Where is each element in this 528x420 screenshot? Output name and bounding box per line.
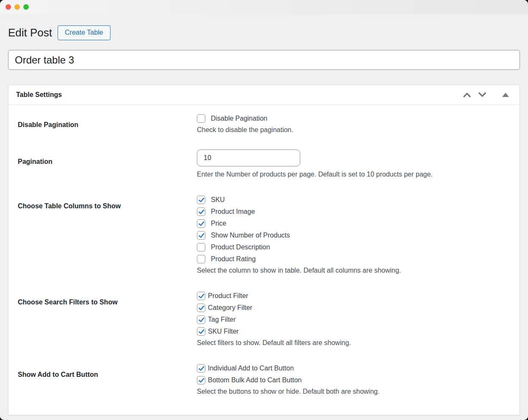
checkbox-checked[interactable] <box>197 207 205 216</box>
triangle-up-icon <box>502 93 509 97</box>
check-icon <box>198 328 205 335</box>
setting-content: SKUProduct ImagePriceShow Number of Prod… <box>197 194 520 275</box>
move-panel-up-button[interactable] <box>459 90 475 99</box>
app-window: Edit Post Create Table Table Settings <box>0 0 528 420</box>
checkbox-unchecked[interactable] <box>197 243 205 251</box>
checkbox-label: Individual Add to Cart Button <box>208 362 294 374</box>
checkbox-label: Product Image <box>211 206 255 218</box>
move-panel-down-button[interactable] <box>475 90 490 99</box>
setting-label: Choose Search Filters to Show <box>8 290 197 348</box>
settings-row-search-filters: Choose Search Filters to ShowProduct Fil… <box>8 290 520 348</box>
maximize-window-button[interactable] <box>23 4 29 10</box>
setting-label: Pagination <box>8 149 197 179</box>
setting-help: Select the column to show in table. Defa… <box>197 266 511 275</box>
panel-handle-actions <box>459 90 512 99</box>
checkbox-checked[interactable] <box>197 196 205 204</box>
checkbox-unchecked[interactable] <box>197 255 205 263</box>
chevron-down-icon <box>478 92 487 98</box>
setting-help: Enter the Number of products per page. D… <box>197 170 511 179</box>
check-icon <box>198 365 205 372</box>
post-title-input[interactable] <box>8 50 520 70</box>
checkbox-label: SKU Filter <box>208 326 239 337</box>
check-icon <box>198 293 205 300</box>
checkbox-label: Disable Pagination <box>211 113 267 124</box>
page-heading-row: Edit Post Create Table <box>8 25 520 41</box>
checkbox-option[interactable]: Individual Add to Cart Button <box>197 362 511 374</box>
chevron-up-icon <box>462 92 472 98</box>
checkbox-option[interactable]: SKU Filter <box>197 326 511 337</box>
checkbox-option[interactable]: Show Number of Products <box>197 229 511 241</box>
checkbox-option[interactable]: Price <box>197 218 511 229</box>
table-settings-header: Table Settings <box>8 85 520 105</box>
setting-help: Select filters to show. Default all filt… <box>197 338 511 348</box>
checkbox-option[interactable]: Product Rating <box>197 253 511 265</box>
pagination-input[interactable] <box>197 149 300 166</box>
checkbox-label: Product Description <box>211 241 270 253</box>
checkbox-label: Tag Filter <box>208 314 236 326</box>
checkbox-option[interactable]: Disable Pagination <box>197 113 511 124</box>
panel-toggle-button[interactable] <box>499 91 512 99</box>
setting-content: Enter the Number of products per page. D… <box>197 149 520 179</box>
setting-content: Disable PaginationCheck to disable the p… <box>197 113 520 135</box>
setting-label: Disable Pagination <box>8 113 197 135</box>
checkbox-option[interactable]: Category Filter <box>197 302 511 314</box>
checkbox-unchecked[interactable] <box>197 114 205 123</box>
setting-content: Product FilterCategory FilterTag FilterS… <box>197 290 520 348</box>
check-icon <box>198 304 205 312</box>
settings-row-disable-pagination: Disable PaginationDisable PaginationChec… <box>8 113 520 135</box>
window-titlebar <box>0 0 528 14</box>
setting-label: Choose Table Columns to Show <box>8 194 197 275</box>
checkbox-label: Show Number of Products <box>211 229 290 241</box>
checkbox-option[interactable]: Bottom Bulk Add to Cart Button <box>197 374 511 386</box>
setting-content: Individual Add to Cart ButtonBottom Bulk… <box>197 362 520 396</box>
table-settings-panel: Table Settings <box>8 85 520 415</box>
check-icon <box>198 316 205 323</box>
checkbox-checked[interactable] <box>197 292 205 300</box>
checkbox-option[interactable]: Product Image <box>197 206 511 218</box>
setting-help: Check to disable the pagination. <box>197 125 511 135</box>
checkbox-checked[interactable] <box>197 315 205 324</box>
checkbox-checked[interactable] <box>197 219 205 228</box>
setting-label: Show Add to Cart Button <box>8 362 197 396</box>
check-icon <box>198 208 205 216</box>
checkbox-label: SKU <box>211 194 225 206</box>
checkbox-checked[interactable] <box>197 376 205 384</box>
page-title: Edit Post <box>8 26 52 39</box>
checkbox-label: Price <box>211 218 226 229</box>
checkbox-option[interactable]: Tag Filter <box>197 314 511 326</box>
settings-rows: Disable PaginationDisable PaginationChec… <box>8 105 520 415</box>
setting-help: Select the buttons to show or hide. Defa… <box>197 387 511 396</box>
checkbox-option[interactable]: Product Filter <box>197 290 511 302</box>
close-window-button[interactable] <box>6 4 11 10</box>
checkbox-checked[interactable] <box>197 364 205 373</box>
checkbox-checked[interactable] <box>197 231 205 240</box>
settings-row-pagination: PaginationEnter the Number of products p… <box>8 149 520 179</box>
checkbox-label: Bottom Bulk Add to Cart Button <box>208 374 301 386</box>
edit-post-page: Edit Post Create Table Table Settings <box>0 14 528 420</box>
check-icon <box>198 377 205 384</box>
checkbox-checked[interactable] <box>197 327 205 336</box>
checkbox-label: Category Filter <box>208 302 252 314</box>
checkbox-option[interactable]: Product Description <box>197 241 511 253</box>
checkbox-option[interactable]: SKU <box>197 194 511 206</box>
panel-title: Table Settings <box>16 91 62 99</box>
minimize-window-button[interactable] <box>14 4 20 10</box>
checkbox-label: Product Filter <box>208 290 248 302</box>
settings-row-add-to-cart: Show Add to Cart ButtonIndividual Add to… <box>8 362 520 396</box>
check-icon <box>198 196 205 204</box>
settings-row-table-columns: Choose Table Columns to ShowSKUProduct I… <box>8 194 520 275</box>
check-icon <box>198 232 205 239</box>
check-icon <box>198 220 205 227</box>
checkbox-label: Product Rating <box>211 253 256 265</box>
create-table-button[interactable]: Create Table <box>58 25 110 40</box>
checkbox-checked[interactable] <box>197 304 205 312</box>
